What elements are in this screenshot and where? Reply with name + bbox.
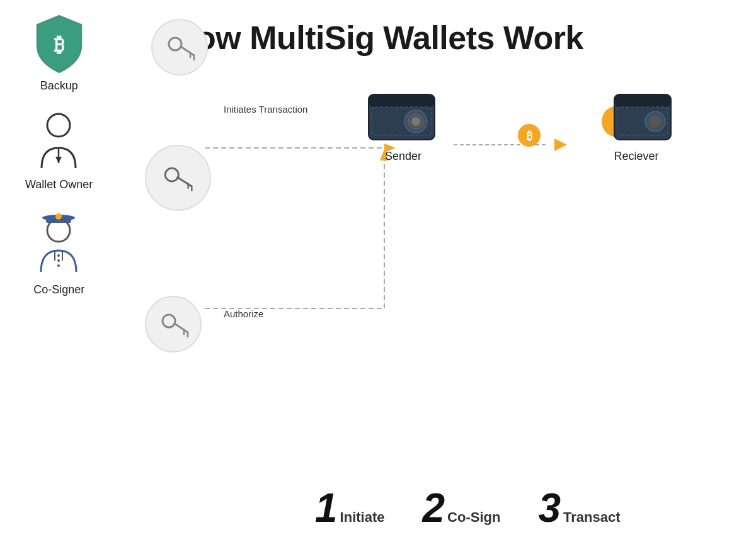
bitcoin-transfer-coin: ₿: [517, 123, 542, 150]
cosigner-key-circle: [145, 296, 202, 352]
backup-label: Backup: [40, 79, 78, 93]
keys-column: [145, 13, 211, 352]
step-1: 1 Initiate: [315, 488, 385, 528]
step-1-number: 1: [315, 488, 338, 528]
wallet-owner-section: Wallet Owner: [25, 111, 93, 191]
svg-line-25: [178, 178, 192, 186]
initiates-label: Initiates Transaction: [224, 104, 307, 115]
svg-point-37: [411, 117, 420, 126]
cosigner-label: Co-Signer: [33, 283, 84, 296]
step-3: 3 Transact: [538, 488, 620, 528]
backup-key-circle: [151, 19, 208, 76]
step-1-label: Initiate: [340, 509, 385, 526]
step-3-label: Transact: [563, 509, 621, 526]
svg-text:₿: ₿: [54, 33, 64, 56]
svg-point-28: [163, 315, 175, 327]
cosigner-icon: [32, 210, 86, 279]
step-3-number: 3: [538, 488, 561, 528]
svg-point-19: [57, 264, 60, 267]
bitcoin-coin-icon: ₿: [517, 123, 542, 148]
page-title: How MultiSig Wallets Work: [0, 0, 756, 57]
owner-key-circle: [145, 145, 211, 211]
shield-bitcoin-icon: ₿: [31, 13, 88, 76]
sender-wallet-icon: [365, 88, 441, 145]
svg-rect-33: [369, 94, 435, 107]
backup-key-icon: [163, 30, 197, 65]
svg-marker-10: [55, 157, 62, 163]
wallet-owner-label: Wallet Owner: [25, 178, 93, 191]
receiver-label: Reciever: [614, 150, 658, 163]
steps-row: 1 Initiate 2 Co-Sign 3 Transact: [315, 488, 621, 528]
svg-point-17: [57, 254, 60, 257]
sender-section: Sender: [365, 88, 441, 163]
sender-label: Sender: [385, 150, 421, 163]
svg-point-18: [57, 259, 60, 262]
actors-column: ₿ Backup Wallet Owner: [25, 13, 93, 296]
step-2-label: Co-Sign: [447, 509, 500, 526]
svg-point-46: [649, 115, 662, 128]
owner-key-icon: [161, 161, 195, 195]
svg-point-20: [169, 38, 181, 50]
step-2: 2 Co-Sign: [423, 488, 501, 528]
wallet-owner-icon: [32, 111, 86, 174]
svg-marker-6: [554, 138, 567, 151]
authorize-label: Authorize: [224, 308, 263, 319]
svg-point-14: [55, 213, 62, 220]
svg-text:₿: ₿: [527, 130, 532, 142]
flow-arrows: [0, 0, 756, 472]
svg-point-24: [165, 168, 178, 181]
svg-rect-43: [614, 94, 671, 107]
cosigner-section: Co-Signer: [25, 210, 93, 296]
svg-point-8: [47, 114, 70, 137]
svg-line-29: [175, 324, 188, 332]
receiver-section: ₿ Reciever: [598, 88, 674, 163]
receiver-wallet-icon: ₿: [598, 88, 674, 145]
backup-section: ₿ Backup: [25, 13, 93, 93]
cosigner-key-icon: [156, 307, 191, 342]
step-2-number: 2: [423, 488, 445, 528]
svg-line-21: [181, 47, 194, 55]
